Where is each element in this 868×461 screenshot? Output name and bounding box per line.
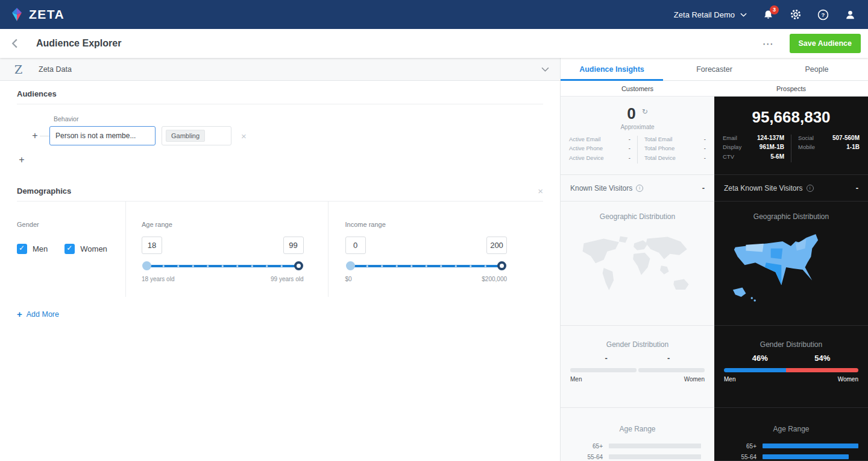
slider-min-handle[interactable]: [142, 261, 151, 270]
women-label: Women: [838, 376, 858, 383]
remove-demographics-button[interactable]: ×: [538, 186, 543, 196]
checkbox-checked-icon[interactable]: [17, 244, 27, 254]
prospects-age-section: Age Range 65+ 55-64: [714, 408, 868, 461]
tab-people[interactable]: People: [766, 58, 868, 80]
men-value: 46%: [729, 354, 791, 363]
info-icon[interactable]: i: [636, 185, 643, 192]
stat-value: 507-560M: [832, 135, 860, 141]
add-more-button[interactable]: + Add More: [17, 309, 59, 319]
known-site-visitors-row: Known Site Visitors i -: [561, 175, 714, 202]
stat-value: 124-137M: [757, 135, 784, 141]
behavior-tag-chip[interactable]: Gambling: [166, 130, 205, 142]
zeta-data-logo: Z: [14, 63, 39, 76]
add-condition-button[interactable]: +: [30, 131, 40, 141]
checkbox-checked-icon[interactable]: [64, 244, 75, 254]
account-name: Zeta Retail Demo: [674, 10, 735, 19]
customers-column: 0 ↻ Approximate Active Email- Active Pho…: [561, 97, 714, 461]
brand-wordmark: ZETA: [29, 7, 64, 22]
prospects-column-header: Prospects: [714, 81, 868, 96]
data-source-header[interactable]: Z Zeta Data: [0, 58, 560, 81]
zeta-logo[interactable]: ZETA: [10, 7, 64, 22]
settings-button[interactable]: [790, 8, 802, 21]
checkbox-men-label: Men: [33, 244, 48, 253]
stat-label: Mobile: [798, 144, 815, 150]
men-label: Men: [570, 376, 582, 383]
gear-icon: [790, 8, 802, 21]
age-range-title: Age Range: [714, 425, 868, 433]
income-max-input[interactable]: [486, 237, 507, 254]
insights-column-headers: Customers Prospects: [561, 81, 868, 97]
info-icon[interactable]: i: [807, 185, 814, 192]
demographics-title: Demographics: [17, 186, 71, 196]
add-rule-button[interactable]: +: [17, 155, 27, 165]
stat-label: Total Email: [644, 136, 672, 142]
tab-forecaster[interactable]: Forecaster: [663, 58, 766, 80]
checkbox-women[interactable]: Women: [64, 244, 107, 254]
stat-label: Display: [723, 144, 741, 150]
svg-text:?: ?: [822, 11, 825, 18]
builder-body: Audiences Behavior + Person is not a mem…: [0, 81, 560, 461]
gender-bar: [724, 368, 858, 372]
stat-label: Active Device: [569, 154, 604, 161]
age-min-input[interactable]: [142, 237, 162, 254]
age-row: 65+: [561, 440, 714, 451]
data-source-title: Zeta Data: [39, 65, 72, 74]
income-min-input[interactable]: [345, 237, 366, 254]
behavior-tag-input[interactable]: Gambling: [162, 126, 231, 145]
income-min-caption: $0: [345, 276, 352, 282]
person-icon: [844, 9, 856, 21]
slider-track[interactable]: [350, 265, 503, 267]
audiences-title: Audiences: [17, 89, 57, 98]
chevron-left-icon: [11, 38, 18, 49]
back-button[interactable]: [0, 38, 29, 49]
gender-distribution-title: Gender Distribution: [714, 340, 868, 349]
men-value: -: [575, 354, 638, 363]
prospects-stats: Email124-137M Display961M-1B CTV5-6M Soc…: [714, 135, 868, 163]
page-header-actions: ⋯ Save Audience: [763, 34, 868, 53]
help-button[interactable]: ?: [817, 9, 829, 21]
age-bar: [763, 454, 849, 459]
top-navbar: ZETA Zeta Retail Demo 3: [0, 0, 868, 29]
collapse-chevron-icon[interactable]: [541, 67, 549, 72]
add-more-label: Add More: [27, 310, 59, 319]
slider-max-handle[interactable]: [294, 261, 303, 270]
stat-label: Total Device: [644, 154, 676, 161]
customers-count: 0: [627, 105, 635, 122]
gender-bar-placeholder: [570, 368, 705, 372]
known-site-visitors-value: -: [702, 183, 705, 192]
save-audience-button[interactable]: Save Audience: [790, 34, 861, 53]
women-bar-segment: [786, 368, 858, 372]
customers-age-section: Age Range 65+ 55-64: [561, 408, 714, 461]
zeta-known-site-visitors-label: Zeta Known Site Visitors: [724, 184, 803, 192]
more-options-button[interactable]: ⋯: [763, 37, 775, 51]
prospects-gender-section: Gender Distribution 46% 54% Men Women: [714, 326, 868, 408]
prospects-column: 95,668,830 Email124-137M Display961M-1B …: [714, 97, 868, 461]
customers-column-header: Customers: [561, 81, 714, 96]
gender-distribution-title: Gender Distribution: [561, 340, 714, 349]
checkbox-men[interactable]: Men: [17, 244, 48, 254]
notifications-button[interactable]: 3: [763, 9, 774, 21]
age-max-input[interactable]: [283, 237, 304, 254]
age-row-label: 65+: [561, 443, 609, 450]
customers-gender-section: Gender Distribution - - Men Women: [561, 326, 714, 408]
refresh-icon[interactable]: ↻: [642, 107, 648, 116]
world-map-image: [573, 230, 702, 308]
behavior-operator-dropdown[interactable]: Person is not a membe...: [49, 126, 156, 145]
slider-track[interactable]: [146, 265, 299, 267]
remove-rule-button[interactable]: ×: [241, 132, 247, 141]
account-switcher[interactable]: Zeta Retail Demo: [674, 10, 747, 19]
tab-audience-insights[interactable]: Audience Insights: [561, 58, 663, 80]
audience-builder-panel: Z Zeta Data Audiences Behavior + Person …: [0, 58, 561, 461]
stat-value: -: [629, 136, 631, 142]
income-range-column: Income range $0 $200,000: [328, 202, 544, 297]
slider-min-handle[interactable]: [346, 261, 355, 270]
slider-max-handle[interactable]: [497, 261, 506, 270]
insights-columns: 0 ↻ Approximate Active Email- Active Pho…: [561, 97, 868, 461]
user-menu-button[interactable]: [844, 9, 856, 21]
age-range-label: Age range: [142, 221, 304, 228]
women-value: -: [638, 354, 700, 363]
gender-options: Men Women: [17, 244, 110, 254]
stat-label: Social: [798, 135, 814, 141]
stat-label: Total Phone: [644, 145, 675, 151]
chevron-down-icon: [740, 13, 747, 17]
